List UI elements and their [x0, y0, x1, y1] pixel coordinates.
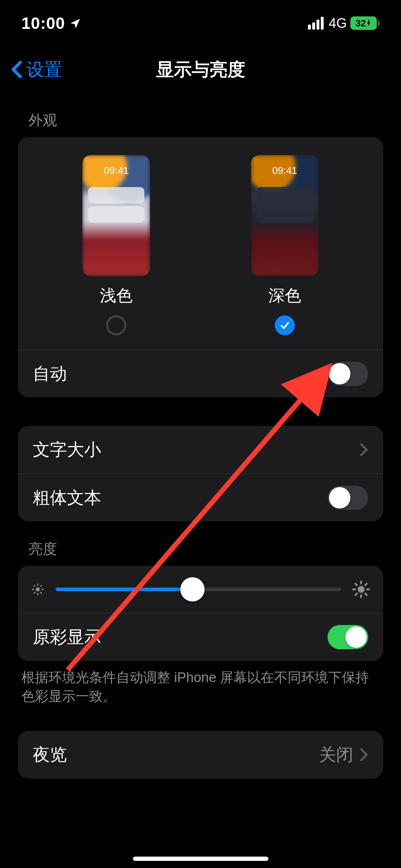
svg-point-9	[358, 586, 365, 593]
text-group: 文字大小 粗体文本	[18, 426, 383, 521]
svg-line-6	[41, 592, 41, 593]
location-icon	[70, 17, 81, 29]
navigation-bar: 设置 显示与亮度	[0, 46, 401, 93]
dark-label: 深色	[268, 285, 301, 307]
status-bar: 10:00 4G 32	[0, 0, 401, 46]
night-shift-label: 夜览	[33, 743, 67, 766]
light-label: 浅色	[100, 285, 133, 307]
network-label: 4G	[329, 16, 347, 31]
dark-preview: 09:41	[251, 155, 319, 276]
brightness-slider[interactable]	[56, 588, 341, 591]
light-preview: 09:41	[82, 155, 150, 276]
appearance-dark-option[interactable]: 09:41 深色	[251, 155, 319, 335]
appearance-group: 09:41 浅色 09:41 深色 自动	[18, 137, 383, 397]
svg-line-14	[355, 584, 357, 585]
sun-large-icon	[352, 580, 370, 599]
svg-line-7	[34, 592, 35, 593]
section-header-brightness: 亮度	[0, 521, 401, 566]
night-shift-row[interactable]: 夜览 关闭	[18, 731, 383, 779]
chevron-right-icon	[360, 748, 368, 761]
true-tone-label: 原彩显示	[33, 626, 101, 649]
night-shift-value: 关闭	[319, 743, 353, 766]
auto-row: 自动	[18, 350, 383, 397]
bold-text-toggle[interactable]	[328, 486, 368, 510]
brightness-slider-row	[18, 566, 383, 613]
true-tone-row: 原彩显示	[18, 613, 383, 661]
svg-line-15	[365, 593, 367, 595]
true-tone-footer: 根据环境光条件自动调整 iPhone 屏幕以在不同环境下保持色彩显示一致。	[0, 661, 401, 713]
back-button[interactable]: 设置	[0, 58, 62, 82]
light-radio[interactable]	[106, 315, 126, 335]
svg-point-0	[36, 587, 40, 591]
dark-radio[interactable]	[275, 315, 295, 335]
night-shift-group: 夜览 关闭	[18, 731, 383, 779]
chevron-right-icon	[360, 443, 368, 456]
svg-line-16	[355, 593, 357, 595]
auto-label: 自动	[33, 362, 67, 385]
chevron-left-icon	[11, 61, 23, 78]
svg-line-5	[34, 585, 35, 586]
bold-text-row: 粗体文本	[18, 474, 383, 521]
back-label: 设置	[26, 58, 62, 82]
appearance-light-option[interactable]: 09:41 浅色	[82, 155, 150, 335]
auto-toggle[interactable]	[328, 362, 368, 386]
signal-icon	[308, 17, 324, 30]
bold-text-label: 粗体文本	[33, 486, 101, 509]
sun-small-icon	[31, 582, 45, 596]
svg-line-17	[365, 584, 367, 585]
brightness-group: 原彩显示	[18, 566, 383, 661]
battery-icon: 32	[350, 16, 380, 30]
home-indicator[interactable]	[133, 857, 268, 861]
checkmark-icon	[279, 320, 291, 331]
status-time: 10:00	[21, 14, 65, 33]
svg-line-8	[41, 585, 41, 586]
text-size-label: 文字大小	[33, 438, 101, 461]
section-header-appearance: 外观	[0, 93, 401, 137]
text-size-row[interactable]: 文字大小	[18, 426, 383, 474]
true-tone-toggle[interactable]	[328, 625, 368, 649]
